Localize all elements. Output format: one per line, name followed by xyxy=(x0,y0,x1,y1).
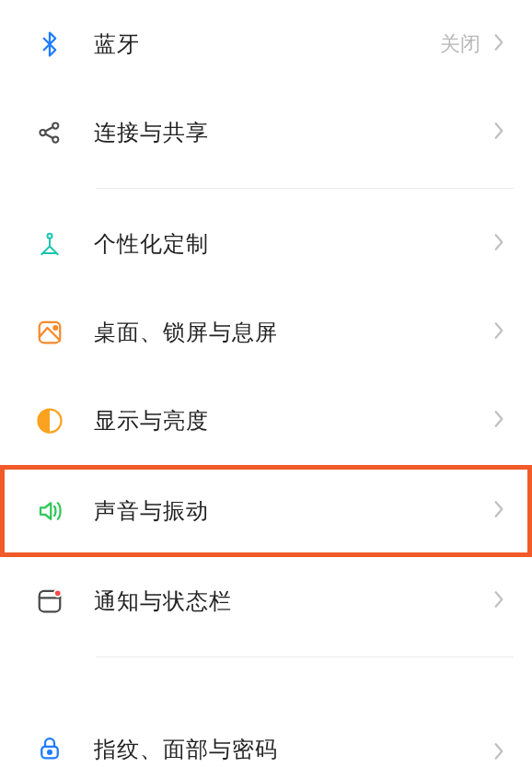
settings-row-biometrics-password[interactable]: 指纹、面部与密码 xyxy=(0,696,532,761)
lock-icon xyxy=(33,731,66,764)
chevron-right-icon xyxy=(493,742,506,764)
settings-row-display-brightness[interactable]: 显示与亮度 xyxy=(0,377,532,465)
row-label: 连接与共享 xyxy=(66,118,493,147)
settings-row-personalize[interactable]: 个性化定制 xyxy=(0,200,532,288)
bluetooth-icon xyxy=(33,28,66,61)
svg-line-3 xyxy=(45,127,52,132)
row-label: 通知与状态栏 xyxy=(66,587,493,616)
settings-row-bluetooth[interactable]: 蓝牙 关闭 xyxy=(0,0,532,88)
chevron-right-icon xyxy=(493,33,506,55)
svg-point-15 xyxy=(54,590,62,598)
chevron-right-icon xyxy=(493,500,506,522)
brightness-icon xyxy=(33,404,66,437)
compass-icon xyxy=(33,227,66,261)
chevron-right-icon xyxy=(493,122,506,144)
svg-line-4 xyxy=(45,134,52,139)
chevron-right-icon xyxy=(493,590,506,612)
settings-row-desktop-lock[interactable]: 桌面、锁屏与息屏 xyxy=(0,288,532,377)
chevron-right-icon xyxy=(493,410,506,432)
row-label: 指纹、面部与密码 xyxy=(66,735,493,764)
row-label: 显示与亮度 xyxy=(66,406,493,436)
row-status: 关闭 xyxy=(440,30,480,58)
wallpaper-icon xyxy=(33,316,66,349)
row-label: 蓝牙 xyxy=(66,29,440,59)
svg-point-17 xyxy=(48,750,52,754)
share-nodes-icon xyxy=(33,116,66,149)
divider xyxy=(96,188,514,189)
spacer xyxy=(0,668,532,696)
settings-row-connect-share[interactable]: 连接与共享 xyxy=(0,88,532,177)
svg-point-11 xyxy=(53,326,57,330)
row-label: 个性化定制 xyxy=(66,229,493,259)
chevron-right-icon xyxy=(493,321,506,343)
row-label: 声音与振动 xyxy=(66,496,493,526)
settings-row-sound-vibration[interactable]: 声音与振动 xyxy=(0,465,532,557)
divider xyxy=(96,657,514,657)
notification-panel-icon xyxy=(33,585,66,618)
row-label: 桌面、锁屏与息屏 xyxy=(66,318,493,347)
speaker-icon xyxy=(33,494,66,528)
chevron-right-icon xyxy=(493,233,506,255)
settings-row-notifications[interactable]: 通知与状态栏 xyxy=(0,557,532,645)
